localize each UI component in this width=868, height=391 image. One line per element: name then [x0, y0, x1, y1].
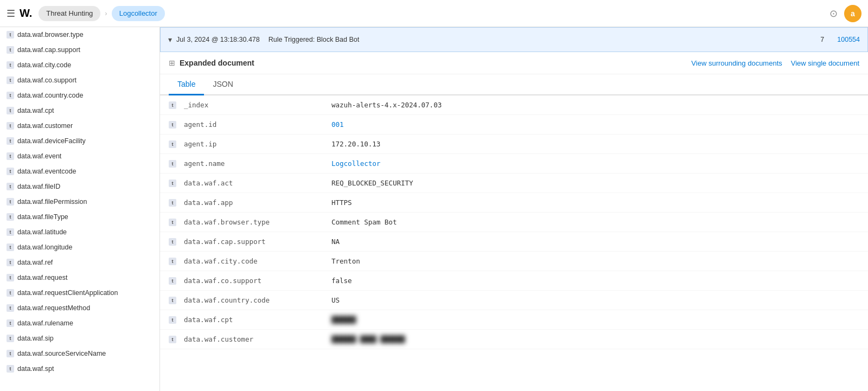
- field-value: false: [331, 277, 859, 285]
- app-logo: W.: [20, 7, 32, 20]
- breadcrumb-logcollector[interactable]: Logcollector: [112, 6, 165, 21]
- tab-table[interactable]: Table: [169, 74, 204, 95]
- row-message: Rule Triggered: Block Bad Bot: [269, 36, 821, 43]
- sidebar-item-label: data.waf.sip: [17, 335, 54, 342]
- table-row: t data.waf.country.code US: [160, 291, 868, 310]
- document-actions: View surrounding documents View single d…: [691, 59, 859, 67]
- table-row: t data.waf.browser.type Comment Spam Bot: [160, 213, 868, 232]
- field-type-badge: t: [7, 137, 14, 145]
- sidebar-item[interactable]: t data.waf.cpt: [0, 103, 159, 118]
- document-title: Expanded document: [180, 59, 691, 67]
- topbar-right: ⊙ a: [829, 5, 861, 22]
- field-type-cell: t: [169, 101, 180, 109]
- sidebar-item[interactable]: t data.waf.requestClientApplication: [0, 285, 159, 300]
- sidebar-item-label: data.waf.country.code: [17, 92, 83, 99]
- sidebar-item[interactable]: t data.waf.ref: [0, 255, 159, 270]
- sidebar-item-label: data.waf.spt: [17, 365, 54, 373]
- tab-json[interactable]: JSON: [204, 74, 241, 95]
- field-type-badge: t: [7, 198, 14, 206]
- field-type-badge: t: [169, 258, 176, 265]
- sidebar-item[interactable]: t data.waf.request: [0, 270, 159, 285]
- field-type-badge: t: [169, 277, 176, 285]
- field-type-cell: t: [169, 219, 180, 226]
- field-type-badge: t: [169, 160, 176, 168]
- field-type-badge: t: [7, 319, 14, 327]
- view-single-link[interactable]: View single document: [791, 59, 859, 67]
- menu-icon[interactable]: ☰: [7, 8, 15, 20]
- field-key: _index: [180, 101, 331, 109]
- field-value: HTTPS: [331, 198, 859, 207]
- sidebar-item-label: data.waf.request: [17, 274, 67, 281]
- field-value: NA: [331, 238, 859, 246]
- field-type-badge: t: [169, 180, 176, 187]
- field-type-cell: t: [169, 336, 180, 343]
- sidebar-item[interactable]: t data.waf.city.code: [0, 57, 159, 73]
- sidebar-item-label: data.waf.requestMethod: [17, 304, 90, 312]
- table-row: t agent.id 001: [160, 115, 868, 134]
- view-surrounding-link[interactable]: View surrounding documents: [691, 59, 782, 67]
- field-type-cell: t: [169, 297, 180, 304]
- avatar[interactable]: a: [844, 5, 861, 22]
- field-value: US: [331, 296, 859, 304]
- field-type-badge: t: [7, 304, 14, 312]
- sidebar-item[interactable]: t data.waf.longitude: [0, 240, 159, 255]
- sidebar-item[interactable]: t data.waf.sip: [0, 331, 159, 346]
- field-key: data.waf.act: [180, 179, 331, 187]
- sidebar-item[interactable]: t data.waf.deviceFacility: [0, 133, 159, 149]
- row-count: 7: [820, 36, 824, 43]
- sidebar-item-label: data.waf.cpt: [17, 107, 54, 114]
- sidebar-item[interactable]: t data.waf.customer: [0, 118, 159, 133]
- field-type-badge: t: [7, 243, 14, 251]
- sidebar-item[interactable]: t data.waf.fileType: [0, 209, 159, 225]
- sidebar-item[interactable]: t data.waf.rulename: [0, 316, 159, 331]
- sidebar-item[interactable]: t data.waf.eventcode: [0, 164, 159, 179]
- sidebar-item-label: data.waf.customer: [17, 122, 73, 130]
- field-type-badge: t: [7, 183, 14, 190]
- sidebar-item[interactable]: t data.waf.filePermission: [0, 194, 159, 209]
- field-value: ██████ ████ ██████: [331, 335, 859, 343]
- breadcrumb-threat-hunting[interactable]: Threat Hunting: [39, 6, 100, 21]
- field-key: agent.ip: [180, 140, 331, 148]
- sidebar: t data.waf.browser.type t data.waf.cap.s…: [0, 27, 160, 391]
- table-row: t data.waf.app HTTPS: [160, 193, 868, 213]
- field-type-badge: t: [7, 335, 14, 342]
- main-layout: t data.waf.browser.type t data.waf.cap.s…: [0, 27, 868, 391]
- sidebar-item-label: data.waf.ref: [17, 259, 53, 266]
- sidebar-item-label: data.waf.co.support: [17, 76, 76, 84]
- field-type-badge: t: [169, 140, 176, 148]
- help-icon[interactable]: ⊙: [829, 8, 838, 20]
- field-type-cell: t: [169, 140, 180, 148]
- sidebar-item[interactable]: t data.waf.requestMethod: [0, 300, 159, 316]
- field-type-badge: t: [7, 228, 14, 236]
- field-type-badge: t: [169, 336, 176, 343]
- row-id[interactable]: 100554: [837, 36, 860, 43]
- sidebar-item[interactable]: t data.waf.browser.type: [0, 27, 159, 42]
- field-key: data.waf.customer: [180, 335, 331, 343]
- field-value: 172.20.10.13: [331, 140, 859, 148]
- sidebar-item[interactable]: t data.waf.latitude: [0, 225, 159, 240]
- sidebar-item[interactable]: t data.waf.fileID: [0, 179, 159, 194]
- sidebar-item[interactable]: t data.waf.country.code: [0, 88, 159, 103]
- field-type-badge: t: [7, 76, 14, 84]
- sidebar-item-label: data.waf.longitude: [17, 243, 72, 251]
- sidebar-item[interactable]: t data.waf.spt: [0, 361, 159, 376]
- field-type-badge: t: [7, 122, 14, 130]
- table-row: t agent.ip 172.20.10.13: [160, 134, 868, 154]
- sidebar-item[interactable]: t data.waf.co.support: [0, 73, 159, 88]
- field-type-badge: t: [169, 297, 176, 304]
- sidebar-item[interactable]: t data.waf.cap.support: [0, 42, 159, 57]
- field-key: agent.name: [180, 159, 331, 168]
- table-row: t data.waf.co.support false: [160, 271, 868, 291]
- table-row: t data.waf.cpt ██████: [160, 310, 868, 330]
- collapse-arrow-icon[interactable]: ▾: [168, 35, 172, 44]
- table-row: t _index wazuh-alerts-4.x-2024.07.03: [160, 95, 868, 115]
- field-type-badge: t: [7, 274, 14, 281]
- sidebar-item-label: data.waf.city.code: [17, 61, 71, 69]
- sidebar-item[interactable]: t data.waf.sourceServiceName: [0, 346, 159, 361]
- field-value[interactable]: 001: [331, 120, 859, 129]
- document-tabs: Table JSON: [160, 74, 868, 95]
- field-value[interactable]: Logcollector: [331, 159, 859, 168]
- field-type-cell: t: [169, 258, 180, 265]
- sidebar-item[interactable]: t data.waf.event: [0, 149, 159, 164]
- table-row: t data.waf.act REQ_BLOCKED_SECURITY: [160, 174, 868, 193]
